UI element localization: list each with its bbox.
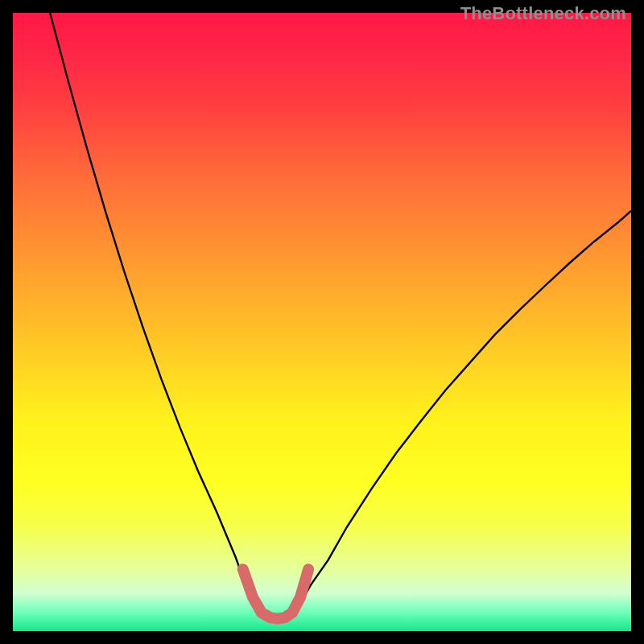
curve-left: [50, 13, 252, 601]
chart-svg: [13, 13, 631, 631]
highlight-band: [243, 569, 308, 618]
curve-right: [300, 211, 631, 604]
chart-frame: TheBottleneck.com: [0, 0, 644, 644]
